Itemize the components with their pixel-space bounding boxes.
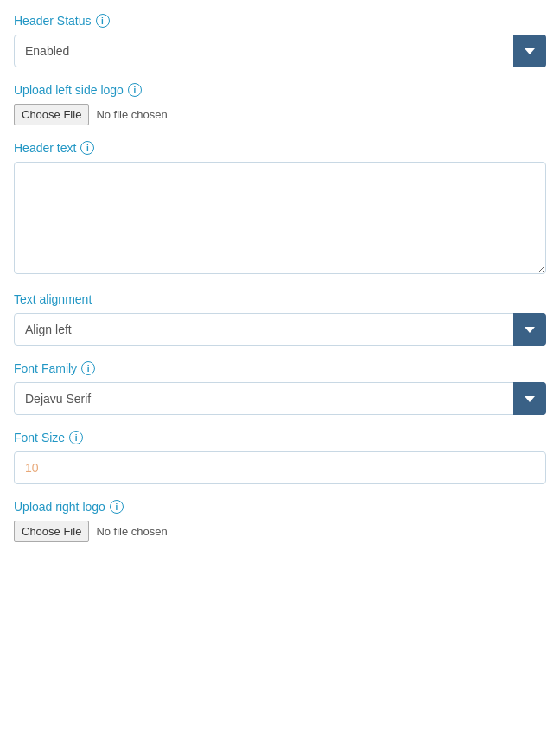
header-status-select[interactable]: Enabled Disabled (14, 35, 546, 67)
upload-right-logo-group: Upload right logo i Choose File No file … (14, 500, 546, 542)
header-status-group: Header Status i Enabled Disabled (14, 14, 546, 67)
text-alignment-label-text: Text alignment (14, 292, 92, 306)
text-alignment-group: Text alignment Align left Align center A… (14, 292, 546, 346)
header-status-label-text: Header Status (14, 14, 92, 28)
upload-right-logo-no-file-text: No file chosen (96, 525, 167, 538)
font-family-select[interactable]: Dejavu Serif Arial Times New Roman Couri… (14, 382, 546, 415)
upload-right-logo-label-text: Upload right logo (14, 500, 105, 514)
header-status-select-wrapper: Enabled Disabled (14, 35, 546, 67)
upload-right-logo-info-icon[interactable]: i (110, 500, 124, 514)
header-text-info-icon[interactable]: i (80, 141, 94, 155)
upload-left-logo-label: Upload left side logo i (14, 83, 546, 97)
header-text-group: Header text i (14, 141, 546, 277)
text-alignment-select[interactable]: Align left Align center Align right (14, 313, 546, 346)
font-size-input[interactable] (14, 451, 546, 484)
upload-right-logo-label: Upload right logo i (14, 500, 546, 514)
upload-left-logo-no-file-text: No file chosen (96, 108, 167, 121)
font-family-info-icon[interactable]: i (81, 361, 95, 375)
font-family-label: Font Family i (14, 361, 546, 375)
font-size-info-icon[interactable]: i (69, 431, 83, 444)
font-family-select-wrapper: Dejavu Serif Arial Times New Roman Couri… (14, 382, 546, 415)
font-size-group: Font Size i (14, 431, 546, 484)
text-alignment-label: Text alignment (14, 292, 546, 306)
upload-right-logo-input-wrapper: Choose File No file chosen (14, 521, 546, 542)
font-size-label-text: Font Size (14, 431, 65, 444)
header-text-textarea[interactable] (14, 162, 546, 274)
header-text-label-text: Header text (14, 141, 76, 155)
upload-left-logo-group: Upload left side logo i Choose File No f… (14, 83, 546, 125)
upload-left-logo-info-icon[interactable]: i (128, 83, 142, 97)
font-size-label: Font Size i (14, 431, 546, 444)
upload-left-logo-label-text: Upload left side logo (14, 83, 124, 97)
upload-left-logo-choose-file-button[interactable]: Choose File (14, 104, 89, 125)
header-status-info-icon[interactable]: i (96, 14, 110, 28)
header-text-label: Header text i (14, 141, 546, 155)
font-family-group: Font Family i Dejavu Serif Arial Times N… (14, 361, 546, 415)
header-status-label: Header Status i (14, 14, 546, 28)
font-family-label-text: Font Family (14, 361, 77, 375)
text-alignment-select-wrapper: Align left Align center Align right (14, 313, 546, 346)
upload-right-logo-choose-file-button[interactable]: Choose File (14, 521, 89, 542)
upload-left-logo-input-wrapper: Choose File No file chosen (14, 104, 546, 125)
